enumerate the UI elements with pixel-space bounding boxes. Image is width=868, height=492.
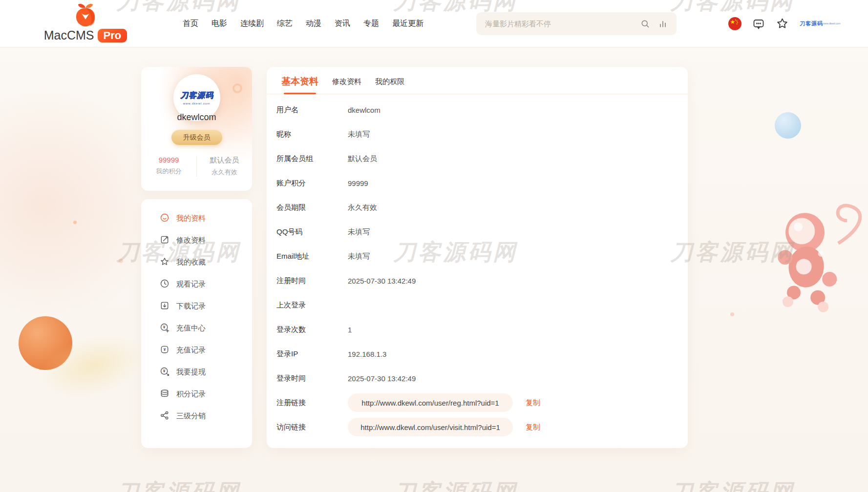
nav-item-news[interactable]: 资讯 xyxy=(335,19,350,29)
register-link-box[interactable]: http://www.dkewl.com/user/reg.html?uid=1 xyxy=(348,393,513,412)
watermark-text: 刀客源码网 xyxy=(670,477,795,492)
upgrade-member-button[interactable]: 升级会员 xyxy=(171,130,222,145)
decor-dot xyxy=(119,259,123,263)
nav-item-anime[interactable]: 动漫 xyxy=(306,19,321,29)
field-row-login-ip: 登录IP 192.168.1.3 xyxy=(267,342,688,366)
search-icon[interactable] xyxy=(640,19,650,29)
watermark-text: 刀客源码网 xyxy=(116,477,241,492)
nav-item-series[interactable]: 连续剧 xyxy=(240,19,264,29)
field-row-member-term: 会员期限 永久有效 xyxy=(267,195,688,220)
apple-logo-icon xyxy=(72,2,99,29)
member-group-stat: 默认会员 永久有效 xyxy=(196,156,252,177)
main-nav: 首页 电影 连续剧 综艺 动漫 资讯 专题 最近更新 xyxy=(183,0,423,47)
trending-chart-icon[interactable] xyxy=(658,19,668,29)
logo-name: MacCMS xyxy=(44,28,94,42)
star-icon xyxy=(160,257,169,268)
decor-blue-planet xyxy=(775,112,801,139)
profile-detail-panel: 基本资料 修改资料 我的权限 用户名 dkewlcom 昵称 未填写 所属会员组… xyxy=(267,67,688,448)
sidebar-item-withdraw[interactable]: ¥ 我要提现 xyxy=(141,361,252,383)
field-row-visit-link: 访问链接 http://www.dkewl.com/user/visit.htm… xyxy=(267,415,688,439)
points-stat: 99999 我的积分 xyxy=(141,156,196,177)
sidebar-item-watch-history[interactable]: 观看记录 xyxy=(141,273,252,295)
dkewl-site-logo[interactable]: 刀客源码 www.dkewl.com xyxy=(800,21,823,26)
visit-link-box[interactable]: http://www.dkewl.com/user/visit.html?uid… xyxy=(348,418,513,436)
clock-icon xyxy=(160,279,169,290)
watermark-text: 刀客源码网 xyxy=(393,477,518,492)
copy-visit-link-button[interactable]: 复制 xyxy=(526,423,540,432)
svg-text:¥: ¥ xyxy=(164,347,166,352)
astronaut-illustration xyxy=(750,189,868,324)
site-logo[interactable]: MacCMS Pro xyxy=(46,2,125,42)
nav-item-topics[interactable]: 专题 xyxy=(363,19,379,29)
edit-icon xyxy=(160,235,169,246)
tab-my-permissions[interactable]: 我的权限 xyxy=(375,77,404,94)
decor-dot xyxy=(73,221,77,224)
messages-icon[interactable] xyxy=(752,18,765,30)
sidebar-item-recharge-center[interactable]: ¥ 充值中心 xyxy=(141,317,252,339)
field-row-login-count: 登录次数 1 xyxy=(267,317,688,342)
svg-text:¥: ¥ xyxy=(163,325,166,329)
profile-fields: 用户名 dkewlcom 昵称 未填写 所属会员组 默认会员 账户积分 9999… xyxy=(267,94,688,439)
withdraw-icon: ¥ xyxy=(160,367,169,378)
svg-text:¥: ¥ xyxy=(163,369,166,373)
china-flag-icon[interactable] xyxy=(728,17,741,30)
sidebar-item-favorites[interactable]: 我的收藏 xyxy=(141,251,252,273)
field-row-email: Email地址 未填写 xyxy=(267,244,688,268)
sidebar-item-edit-profile[interactable]: 修改资料 xyxy=(141,229,252,251)
database-icon xyxy=(160,389,169,400)
logo-pro-badge: Pro xyxy=(98,29,127,42)
field-row-login-time: 登录时间 2025-07-30 13:42:49 xyxy=(267,366,688,390)
nav-item-home[interactable]: 首页 xyxy=(183,19,198,29)
download-icon xyxy=(160,301,169,312)
recharge-center-icon: ¥ xyxy=(160,323,169,334)
field-row-username: 用户名 dkewlcom xyxy=(267,98,688,122)
recharge-record-icon: ¥ xyxy=(160,345,169,356)
sidebar-menu: 我的资料 修改资料 我的收藏 观看记录 xyxy=(141,199,252,448)
username: dkewlcom xyxy=(141,112,252,123)
search-input[interactable] xyxy=(485,20,633,28)
tab-basic-info[interactable]: 基本资料 xyxy=(281,75,318,94)
sidebar-item-recharge-records[interactable]: ¥ 充值记录 xyxy=(141,339,252,361)
field-row-nickname: 昵称 未填写 xyxy=(267,122,688,146)
sidebar-item-points-records[interactable]: 积分记录 xyxy=(141,383,252,405)
field-row-member-group: 所属会员组 默认会员 xyxy=(267,146,688,171)
profile-tabs: 基本资料 修改资料 我的权限 xyxy=(267,67,688,94)
top-navigation-bar: MacCMS Pro 首页 电影 连续剧 综艺 动漫 资讯 专题 最近更新 xyxy=(0,0,868,47)
share-icon xyxy=(160,410,169,422)
decor-ring xyxy=(233,83,242,93)
sidebar: 刀客源码 www.dkewl.com dkewlcom 升级会员 99999 我… xyxy=(141,67,252,448)
profile-stats: 99999 我的积分 默认会员 永久有效 xyxy=(141,156,252,177)
nav-item-variety[interactable]: 综艺 xyxy=(277,19,293,29)
sidebar-item-downloads[interactable]: 下载记录 xyxy=(141,295,252,317)
copy-register-link-button[interactable]: 复制 xyxy=(526,398,540,408)
field-row-register-link: 注册链接 http://www.dkewl.com/user/reg.html?… xyxy=(267,390,688,415)
tab-edit-info[interactable]: 修改资料 xyxy=(332,77,361,94)
profile-card: 刀客源码 www.dkewl.com dkewlcom 升级会员 99999 我… xyxy=(141,67,252,191)
field-row-register-time: 注册时间 2025-07-30 13:42:49 xyxy=(267,268,688,293)
smiley-icon xyxy=(160,213,169,224)
decor-dot xyxy=(730,312,734,316)
sidebar-item-my-profile[interactable]: 我的资料 xyxy=(141,207,252,229)
search-box xyxy=(476,12,677,35)
nav-item-movies[interactable]: 电影 xyxy=(212,19,227,29)
field-row-points: 账户积分 99999 xyxy=(267,171,688,195)
field-row-last-login: 上次登录 xyxy=(267,293,688,317)
field-row-qq: QQ号码 未填写 xyxy=(267,220,688,244)
decor-pink-circle xyxy=(0,88,161,322)
sidebar-item-distribution[interactable]: 三级分销 xyxy=(141,405,252,427)
favorites-star-icon[interactable] xyxy=(776,17,789,30)
header-actions: 刀客源码 www.dkewl.com xyxy=(728,0,823,47)
nav-item-recent[interactable]: 最近更新 xyxy=(392,19,423,29)
